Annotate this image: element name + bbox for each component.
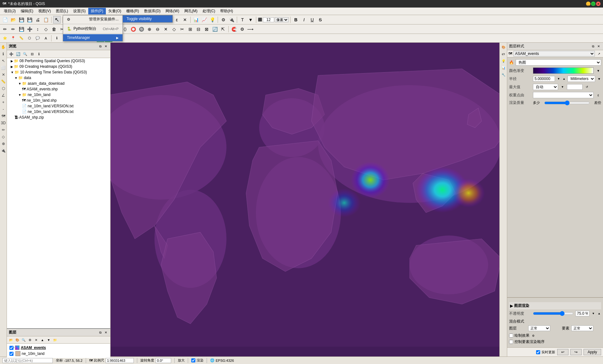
layer-up-button[interactable]: ▲ xyxy=(40,337,45,343)
angle-btn[interactable]: ∠ xyxy=(0,92,7,99)
scale-feature-button[interactable]: ⇱ xyxy=(219,25,227,33)
radius-unit-select[interactable]: Millimeters xyxy=(568,76,595,82)
blend-layer-select[interactable]: 正常 xyxy=(528,325,550,331)
menu-mesh[interactable]: 网孔(M) xyxy=(182,8,200,14)
style-icon-labels[interactable]: 🏷 xyxy=(500,51,507,57)
menu-database[interactable]: 数据库(D) xyxy=(142,8,163,14)
status-search-input[interactable] xyxy=(3,358,53,363)
style-layer-select-dropdown[interactable]: ASAM_events xyxy=(513,51,595,56)
browser-dock-button[interactable]: ⧉ xyxy=(98,44,103,49)
layer-render-title[interactable]: ▶ 图层渲染 xyxy=(509,302,601,309)
edit-btn[interactable]: ✏ xyxy=(0,127,7,133)
processing-toolbox-button[interactable]: ⚙ xyxy=(220,16,227,24)
identify-icon-btn[interactable]: ℹ xyxy=(0,51,7,57)
menu-settings[interactable]: 设置(S) xyxy=(71,8,88,14)
select-icon-btn[interactable]: ↖ xyxy=(0,58,7,64)
draw-effects-checkbox[interactable] xyxy=(509,334,513,338)
tree-item-7[interactable]: 🗺 ne_10m_land.shp xyxy=(7,98,110,103)
merge-attr-button[interactable]: ⊠ xyxy=(203,25,210,33)
delete-ring-button[interactable]: ⊖ xyxy=(154,25,161,33)
blend-feature-select[interactable]: 正常 xyxy=(571,325,593,331)
layer-item-asam[interactable]: • ASAM_events xyxy=(8,345,109,351)
menu-project[interactable]: 项目(J) xyxy=(1,8,18,14)
select-by-expression-button[interactable]: ε xyxy=(173,16,181,24)
maximize-button[interactable]: □ xyxy=(591,2,595,6)
snapping-options-button[interactable]: ⚙ xyxy=(238,25,246,33)
radius-config-button[interactable]: ▼ xyxy=(597,76,601,82)
radius-increase-button[interactable]: ▲ xyxy=(562,76,566,81)
color-gradient-display[interactable] xyxy=(533,67,594,74)
annotations-button[interactable]: 💬 xyxy=(34,35,41,42)
cursor-button[interactable]: ↖ xyxy=(53,16,61,24)
advanced-digitize-btn[interactable]: ⊕ xyxy=(0,141,7,147)
measure-button[interactable]: 📏 xyxy=(18,35,25,42)
location-button[interactable]: 📍 xyxy=(9,35,17,42)
weight-field-expr-button[interactable]: ε xyxy=(595,92,601,98)
layer-properties-button[interactable]: ⚙ xyxy=(27,337,33,343)
tree-item-2[interactable]: ▼ 📁 10 Animating Time Series Data (QGIS3… xyxy=(7,69,110,75)
text-annot-button[interactable]: A xyxy=(42,35,50,42)
rotate-digitize-button[interactable]: 🔄 xyxy=(211,25,219,33)
split-features-button[interactable]: ✂ xyxy=(178,25,186,33)
print-layout-button[interactable]: 🖨 xyxy=(34,16,41,24)
pan-icon-btn[interactable]: ✋ xyxy=(0,44,7,50)
menu-plugins[interactable]: 插件(P) xyxy=(88,8,106,14)
trace-button[interactable]: ⟶ xyxy=(247,25,254,33)
tree-item-9[interactable]: 📄 ne_10m_land.VERSION.txt xyxy=(7,109,110,115)
add-ring-button[interactable]: ⭕ xyxy=(129,25,137,33)
open-attribute-table-button[interactable]: 📊 xyxy=(192,16,200,24)
style-icon-attrs[interactable]: 🔧 xyxy=(500,72,507,78)
timemanager-toggle-visibility[interactable]: Toggle visibility xyxy=(123,15,172,22)
statistical-summary-button[interactable]: 📈 xyxy=(200,16,208,24)
opacity-value-input[interactable] xyxy=(575,311,589,316)
renderer-select[interactable]: 热图 xyxy=(516,59,601,66)
layer-open-attr-button[interactable]: 📂 xyxy=(8,337,14,343)
max-value-input[interactable] xyxy=(567,84,583,90)
browser-refresh-button[interactable]: 🔄 xyxy=(15,51,21,57)
font-unit-select[interactable]: 像素 xyxy=(275,17,289,22)
delete-part-button[interactable]: ✕ xyxy=(162,25,170,33)
plugins-left-btn[interactable]: 🔌 xyxy=(0,147,7,154)
edit-pencil-button[interactable]: ✏ xyxy=(1,25,9,33)
menu-help[interactable]: 帮助(H) xyxy=(218,8,236,14)
plugins-button[interactable]: 🔌 xyxy=(228,16,235,24)
move-feature-button[interactable]: ↕ xyxy=(34,25,41,33)
menu-raster[interactable]: 栅格(R) xyxy=(124,8,142,14)
zoom-in-left-btn[interactable]: + xyxy=(0,99,7,105)
layers-close-button[interactable]: ✕ xyxy=(103,330,108,335)
layer-item-land[interactable]: ne_10m_land xyxy=(8,351,109,357)
control-render-order-checkbox[interactable] xyxy=(509,340,513,344)
render-checkbox[interactable] xyxy=(191,358,195,362)
plugin-menu-python[interactable]: 🐍 Python控制台 Ctrl+Alt+P xyxy=(63,25,122,33)
browser-add-button[interactable]: ➕ xyxy=(8,51,14,57)
max-value-select[interactable]: 自动 xyxy=(533,84,558,90)
browser-close-button[interactable]: ✕ xyxy=(103,44,108,49)
layer-map-btn[interactable]: 🗺 xyxy=(0,113,7,119)
max-value-config-button[interactable]: ▼ xyxy=(560,84,565,89)
layer-group-button[interactable]: 📁 xyxy=(52,337,58,343)
show-tips-button[interactable]: 💡 xyxy=(209,16,216,24)
layer-remove-button[interactable]: ✕ xyxy=(33,337,39,343)
add-part-button[interactable]: ⊕ xyxy=(146,25,153,33)
style-icon-histogram[interactable]: 📊 xyxy=(500,65,507,71)
underline-button[interactable]: U xyxy=(308,16,316,24)
tree-item-5[interactable]: 🗺 ASAM_events.shp xyxy=(7,86,110,92)
save-project-button[interactable]: 💾 xyxy=(18,16,25,24)
style-forward-button[interactable]: ↪ xyxy=(570,349,582,355)
tree-item-10[interactable]: 🗜 ASAM_shp.zip xyxy=(7,115,110,120)
bold-button[interactable]: B xyxy=(292,16,300,24)
save-layer-edits-button[interactable]: 💾 xyxy=(18,25,25,33)
layers-dock-button[interactable]: ⧉ xyxy=(98,330,103,335)
tree-item-8[interactable]: 📄 ne_10m_land.VERSION.txt xyxy=(7,103,110,109)
style-dock-button[interactable]: ⧉ xyxy=(590,44,595,49)
browser-collapse-button[interactable]: ⊟ xyxy=(29,51,35,57)
tree-item-3[interactable]: ▼ 📁 data xyxy=(7,75,110,81)
composer-manager-button[interactable]: 📋 xyxy=(42,16,50,24)
style-open-button[interactable]: ↗ xyxy=(596,51,602,56)
measure-area-button[interactable]: ⬡ xyxy=(26,35,33,42)
radius-decrease-button[interactable]: ▼ xyxy=(557,76,560,81)
map-canvas[interactable] xyxy=(111,43,499,356)
plugin-menu-timemanager[interactable]: TimeManager ▶ xyxy=(63,34,122,41)
digitize-btn[interactable]: ◇ xyxy=(0,134,7,140)
layer-checkbox-asam[interactable] xyxy=(9,346,14,350)
